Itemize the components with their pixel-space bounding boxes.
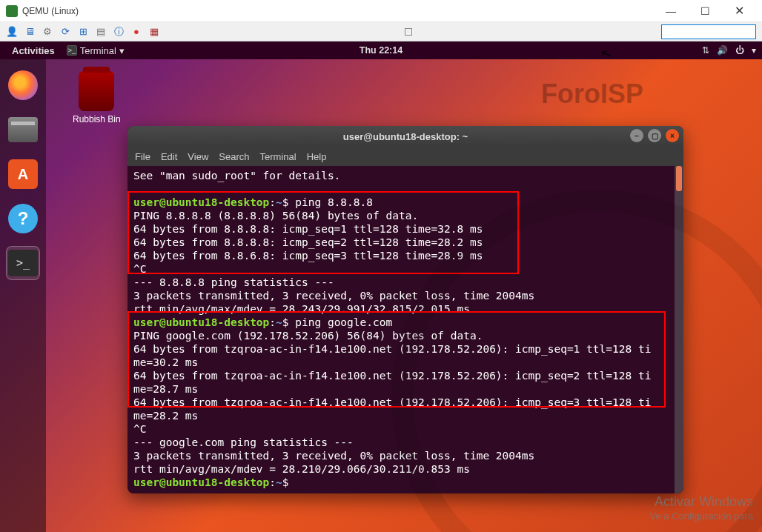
watermark-line2: Ve a Configuración para	[650, 511, 753, 523]
app-menu-label: Terminal ▾	[80, 45, 125, 56]
dock-firefox[interactable]	[6, 68, 40, 102]
clock[interactable]: Thu 22:14	[360, 45, 402, 56]
menu-edit[interactable]: Edit	[161, 151, 177, 162]
firefox-icon	[8, 70, 38, 100]
volume-icon[interactable]: 🔊	[717, 45, 728, 56]
power-icon[interactable]: ⏻	[735, 45, 744, 56]
rubbish-bin-label: Rubbish Bin	[73, 114, 121, 124]
qemu-app-icon	[6, 5, 18, 17]
terminal-dock-icon: >_	[8, 250, 38, 276]
files-icon	[8, 117, 38, 142]
windows-activation-watermark: Activar Windows Ve a Configuración para	[650, 493, 753, 523]
terminal-line: user@ubuntu18-desktop:~$	[133, 476, 677, 489]
gnome-topbar: Activities >_ Terminal ▾ Thu 22:14 ⇅ 🔊 ⏻…	[0, 41, 762, 59]
toolbar-icon-refresh[interactable]: ⟳	[59, 26, 71, 38]
software-icon: A	[8, 159, 38, 189]
rubbish-bin[interactable]: Rubbish Bin	[73, 71, 121, 124]
terminal-line: user@ubuntu18-desktop:~$ ping 8.8.8.8	[133, 196, 677, 209]
terminal-line: 3 packets transmitted, 3 received, 0% pa…	[133, 289, 677, 302]
menu-view[interactable]: View	[188, 151, 208, 162]
terminal-line: 64 bytes from 8.8.8.8: icmp_seq=2 ttl=12…	[133, 236, 677, 249]
terminal-titlebar[interactable]: user@ubuntu18-desktop: ~ – ▢ ×	[127, 126, 683, 147]
dock-files[interactable]	[6, 113, 40, 147]
menu-search[interactable]: Search	[219, 151, 249, 162]
dock-terminal[interactable]: >_	[6, 246, 40, 280]
terminal-line: PING google.com (192.178.52.206) 56(84) …	[133, 329, 677, 342]
toolbar-icon-box[interactable]	[405, 28, 412, 36]
dock-software[interactable]: A	[6, 157, 40, 191]
terminal-line: 64 bytes from tzqroa-ac-in-f14.1e100.net…	[133, 396, 677, 409]
toolbar-icon-gear[interactable]: ⚙	[42, 26, 53, 38]
host-close-button[interactable]: ✕	[722, 0, 756, 22]
terminal-output[interactable]: See "man sudo_root" for details. user@ub…	[127, 166, 683, 493]
terminal-line: 64 bytes from 8.8.6.8: icmp_seq=3 ttl=12…	[133, 249, 677, 262]
toolbar-icon-doc[interactable]: ▤	[95, 26, 107, 38]
menu-terminal[interactable]: Terminal	[260, 151, 296, 162]
terminal-line: --- 8.8.8.8 ping statistics ---	[133, 276, 677, 289]
terminal-line: rtt min/avg/max/mdev = 28.243/29.991/32.…	[133, 302, 677, 316]
terminal-line	[133, 182, 677, 196]
terminal-minimize-button[interactable]: –	[630, 129, 643, 142]
terminal-line: --- google.com ping statistics ---	[133, 436, 677, 449]
terminal-line: See "man sudo_root" for details.	[133, 169, 677, 182]
trash-icon	[79, 71, 114, 111]
toolbar-icon-windows[interactable]: ⊞	[77, 26, 89, 38]
terminal-close-button[interactable]: ×	[666, 129, 679, 142]
terminal-line: PING 8.8.8.8 (8.8.8.8) 56(84) bytes of d…	[133, 209, 677, 222]
toolbar-icon-monitor[interactable]: 🖥	[24, 26, 36, 38]
dropdown-icon[interactable]: ▾	[752, 45, 756, 56]
terminal-icon: >_	[67, 45, 77, 56]
app-menu[interactable]: >_ Terminal ▾	[61, 45, 130, 56]
dock-help[interactable]: ?	[6, 202, 40, 236]
terminal-line: user@ubuntu18-desktop:~$ ping google.com	[133, 316, 677, 329]
watermark-line1: Activar Windows	[650, 493, 753, 511]
toolbar-icon-info[interactable]: ⓘ	[113, 26, 125, 38]
qemu-title: QEMU (Linux)	[22, 6, 654, 16]
terminal-maximize-button[interactable]: ▢	[648, 129, 661, 142]
qemu-titlebar: QEMU (Linux) — ☐ ✕	[0, 0, 762, 22]
menu-help[interactable]: Help	[307, 151, 327, 162]
terminal-line: 3 packets transmitted, 3 received, 0% pa…	[133, 449, 677, 462]
terminal-line: rtt min/avg/max/mdev = 28.210/29.066/30.…	[133, 462, 677, 476]
qemu-search-input[interactable]	[661, 24, 756, 39]
toolbar-icon-stop[interactable]: ●	[130, 26, 142, 38]
terminal-title: user@ubuntu18-desktop: ~	[343, 131, 468, 142]
terminal-line: me=28.2 ms	[133, 409, 677, 422]
ubuntu-dock: A ? >_	[0, 59, 46, 532]
terminal-line: 64 bytes from tzqroa-ac-in-f14.1e100.net…	[133, 342, 677, 356]
terminal-line: ^C	[133, 422, 677, 436]
terminal-line: 64 bytes from 8.8.8.8: icmp_seq=1 ttl=12…	[133, 222, 677, 236]
host-minimize-button[interactable]: —	[654, 0, 688, 22]
terminal-line: ^C	[133, 262, 677, 276]
menu-file[interactable]: File	[135, 151, 150, 162]
terminal-window: user@ubuntu18-desktop: ~ – ▢ × File Edit…	[127, 126, 683, 493]
toolbar-icon-user[interactable]: 👤	[6, 26, 18, 38]
activities-button[interactable]: Activities	[6, 45, 61, 56]
help-icon: ?	[8, 204, 38, 233]
terminal-line: me=30.2 ms	[133, 356, 677, 369]
terminal-menubar: File Edit View Search Terminal Help	[127, 147, 683, 166]
scrollbar-thumb[interactable]	[676, 166, 682, 191]
network-icon[interactable]: ⇅	[702, 45, 709, 56]
qemu-toolbar: 👤 🖥 ⚙ ⟳ ⊞ ▤ ⓘ ● ▦	[0, 22, 762, 41]
host-maximize-button[interactable]: ☐	[688, 0, 722, 22]
terminal-line: me=28.7 ms	[133, 382, 677, 396]
foroisp-watermark: ForoISP	[541, 79, 643, 110]
toolbar-icon-clipboard[interactable]: ▦	[148, 26, 160, 38]
terminal-line: 64 bytes from tzqroa-ac-in-f14.1e100.net…	[133, 369, 677, 382]
ubuntu-desktop: Activities >_ Terminal ▾ Thu 22:14 ⇅ 🔊 ⏻…	[0, 41, 762, 532]
terminal-scrollbar[interactable]	[675, 166, 683, 493]
